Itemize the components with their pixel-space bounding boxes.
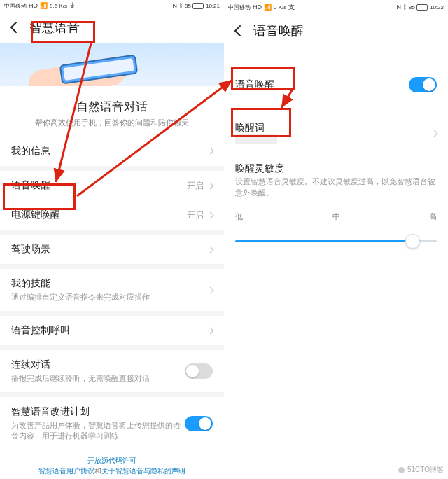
clock: 10:22 [430,4,444,11]
screen-smart-voice: 中国移动 HD 📶 8.6 K/s 支 N ᛒ 85 10:21 智慧语音 [0,0,224,479]
battery-icon: 85 [185,3,204,9]
sensitivity-title: 唤醒灵敏度 [235,162,437,175]
clock: 10:21 [206,3,220,9]
row-driving[interactable]: 驾驶场景 [0,235,224,264]
nfc-icon: N [173,3,178,9]
chevron-right-icon [207,182,214,189]
bluetooth-icon: ᛒ [179,3,183,9]
status-bar: 中国移动 HD 📶 8.6 K/s 支 N ᛒ 85 10:21 [0,0,224,13]
row-power-wake[interactable]: 电源键唤醒 开启 [0,200,224,230]
row-skills[interactable]: 我的技能 通过编排自定义语音指令来完成对应操作 [0,269,224,311]
net-speed: 0 K/s [274,4,286,11]
chevron-right-icon [207,286,214,293]
chevron-right-icon [207,148,214,155]
hero-title: 自然语音对话 [0,99,224,115]
row-my-info[interactable]: 我的信息 [0,137,224,166]
toggle-continuous[interactable] [185,363,213,379]
header: 智慧语音 [0,13,224,43]
header: 语音唤醒 [224,14,448,48]
row-voice-wake-toggle: 语音唤醒 [224,69,448,101]
battery-icon: 85 [409,4,428,11]
chevron-right-icon [207,327,214,334]
toggle-voice-wake[interactable] [409,77,437,92]
bluetooth-icon: ᛒ [403,4,407,11]
sensitivity-scale: 低 中 高 [224,206,448,226]
alipay-icon: 支 [288,4,295,11]
svg-point-3 [398,467,405,473]
row-voice-wake[interactable]: 语音唤醒 开启 [0,171,224,200]
row-continuous: 连续对话 播报完成后继续聆听，无需唤醒直接对话 [0,350,224,392]
sensitivity-slider[interactable] [235,240,437,242]
footer-links: 开放源代码许可 智慧语音用户协议和关于智慧语音与隐私的声明 [0,450,224,479]
link-agreement[interactable]: 智慧语音用户协议 [38,467,94,475]
row-wake-word[interactable]: 唤醒词 [224,113,448,153]
page-title: 智慧语音 [29,19,80,36]
row-voice-call[interactable]: 语音控制呼叫 [0,316,224,345]
signal-icon: 📶 [264,4,272,11]
wake-word-value [235,134,277,144]
net-speed: 8.6 K/s [50,3,67,9]
screen-voice-wake: 中国移动 HD 📶 0 K/s 支 N ᛒ 85 10:22 语音唤醒 [224,0,448,479]
carrier: 中国移动 [228,4,251,11]
status-bar: 中国移动 HD 📶 0 K/s 支 N ᛒ 85 10:22 [224,0,448,14]
hd-badge: HD [253,4,262,11]
row-improve: 智慧语音改进计划 为改善产品用户体验，智慧语音将上传您提供的语音内容，用于进行机… [0,397,224,450]
signal-icon: 📶 [40,3,48,9]
chevron-right-icon [207,211,214,218]
back-button[interactable] [7,20,22,35]
hd-badge: HD [29,3,38,9]
carrier: 中国移动 [4,2,27,10]
chevron-right-icon [431,130,438,137]
back-button[interactable] [231,23,246,39]
watermark: 51CTO博客 [398,465,444,475]
nfc-icon: N [397,4,402,11]
toggle-improve[interactable] [185,416,213,431]
link-oss[interactable]: 开放源代码许可 [88,457,136,464]
link-privacy[interactable]: 关于智慧语音与隐私的声明 [102,467,186,475]
alipay-icon: 支 [69,3,76,9]
sensitivity-desc: 设置智慧语音灵敏度。不建议灵敏度过高，以免智慧语音被意外唤醒。 [224,175,448,206]
hero-illustration [0,43,224,86]
page-title: 语音唤醒 [253,22,304,39]
hero-desc: 帮你高效使用手机，回答你的问题和陪你聊天 [0,115,224,137]
chevron-right-icon [207,246,214,253]
